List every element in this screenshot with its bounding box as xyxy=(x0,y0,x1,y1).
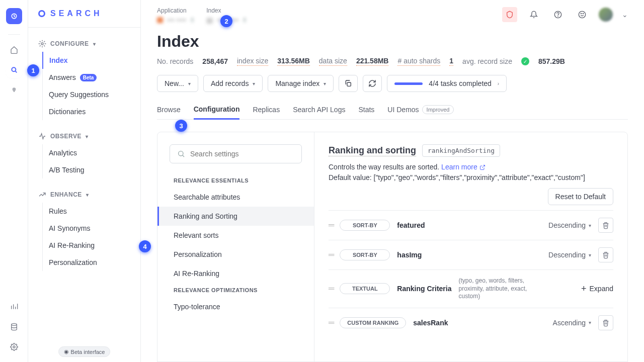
beta-interface-toggle[interactable]: ◉Beta interface xyxy=(58,346,111,357)
cat-typo-tolerance[interactable]: Typo-tolerance xyxy=(157,297,314,316)
section-enhance[interactable]: ENHANCE ▾ xyxy=(28,187,140,203)
rule-tag: TEXTUAL xyxy=(340,283,390,294)
marker-1: 1 xyxy=(27,64,39,76)
cat-relevance-essentials: RELEVANCE ESSENTIALS xyxy=(157,173,314,188)
cat-relevance-optimizations: RELEVANCE OPTIMIZATIONS xyxy=(157,283,314,297)
cat-personalization[interactable]: Personalization xyxy=(157,245,314,264)
svg-point-1 xyxy=(12,67,16,71)
rule-name: featured xyxy=(397,221,425,229)
svg-point-8 xyxy=(558,16,558,17)
index-size-label[interactable]: index size xyxy=(237,57,268,66)
rule-row: ═ SORT-BY hasImg Descending▾ xyxy=(329,240,613,269)
section-observe[interactable]: OBSERVE ▾ xyxy=(28,128,140,144)
data-size-label[interactable]: data size xyxy=(319,57,347,66)
product-label: SEARCH xyxy=(50,9,103,18)
search-settings[interactable] xyxy=(170,144,302,163)
direction-select[interactable]: Ascending▾ xyxy=(553,319,591,327)
sidebar: SEARCH CONFIGURE ▾ Index Answers Beta Qu… xyxy=(28,0,141,362)
sidebar-item-analytics[interactable]: Analytics xyxy=(43,144,140,161)
bulb-icon[interactable] xyxy=(9,85,19,95)
delete-button[interactable] xyxy=(598,218,613,233)
tab-stats[interactable]: Stats xyxy=(358,101,374,119)
svg-point-5 xyxy=(13,346,15,348)
chevron-down-icon: ▾ xyxy=(86,134,89,139)
cat-relevant-sorts[interactable]: Relevant sorts xyxy=(157,226,314,245)
sidebar-item-personalization[interactable]: Personalization xyxy=(43,254,140,271)
chevron-down-icon: ▾ xyxy=(86,192,89,198)
tab-search-api-logs[interactable]: Search API Logs xyxy=(293,101,345,119)
sidebar-item-index[interactable]: Index xyxy=(42,52,140,69)
tab-configuration[interactable]: Configuration xyxy=(194,100,240,120)
svg-point-13 xyxy=(179,151,183,156)
feedback-icon[interactable] xyxy=(575,7,590,22)
cat-ranking-sorting[interactable]: Ranking and Sorting xyxy=(157,207,314,226)
svg-rect-3 xyxy=(13,91,15,92)
cat-ai-reranking[interactable]: AI Re-Ranking xyxy=(157,264,314,283)
search-nav-icon[interactable] xyxy=(9,65,19,75)
delete-button[interactable] xyxy=(598,315,613,330)
help-icon[interactable] xyxy=(550,7,566,22)
progress-bar xyxy=(394,82,423,85)
sidebar-item-ai-synonyms[interactable]: AI Synonyms xyxy=(43,220,140,237)
search-settings-input[interactable] xyxy=(190,150,294,158)
tasks-button[interactable]: 4/4 tasks completed › xyxy=(387,75,507,92)
copy-button[interactable] xyxy=(339,75,358,92)
direction-select[interactable]: Descending▾ xyxy=(548,251,591,259)
add-records-button[interactable]: Add records▾ xyxy=(203,75,263,92)
home-icon[interactable] xyxy=(9,45,19,55)
expand-button[interactable]: +Expand xyxy=(581,284,613,294)
application-selector[interactable]: Application ••• ••••▲▼ xyxy=(157,7,194,24)
rule-name: hasImg xyxy=(397,251,422,259)
setting-name: Ranking and sorting xyxy=(329,145,416,156)
database-icon[interactable] xyxy=(9,322,19,332)
setting-code: rankingAndSorting xyxy=(422,144,500,157)
manage-index-button[interactable]: Manage index▾ xyxy=(268,75,334,92)
sidebar-item-query-suggestions[interactable]: Query Suggestions xyxy=(43,86,140,103)
rule-row: ═ TEXTUAL Ranking Criteria (typo, geo, w… xyxy=(329,269,613,308)
drag-handle-icon[interactable]: ═ xyxy=(329,284,333,293)
rule-sub: (typo, geo, words, filters, proximity, a… xyxy=(458,277,544,301)
marker-4: 4 xyxy=(139,240,151,252)
sidebar-item-answers[interactable]: Answers Beta xyxy=(43,69,140,86)
sidebar-item-ai-reranking[interactable]: AI Re-Ranking xyxy=(43,237,140,254)
sidebar-item-abtesting[interactable]: A/B Testing xyxy=(43,161,140,178)
check-icon: ✓ xyxy=(521,57,529,65)
bell-icon[interactable] xyxy=(526,7,541,22)
settings-icon[interactable] xyxy=(9,342,19,352)
section-configure[interactable]: CONFIGURE ▾ xyxy=(28,36,140,52)
drag-handle-icon[interactable]: ═ xyxy=(329,318,333,327)
direction-select[interactable]: Descending▾ xyxy=(548,221,591,229)
learn-more-link[interactable]: Learn more xyxy=(441,163,485,171)
shield-icon[interactable] xyxy=(502,7,517,22)
default-value: Default value: ["typo","geo","words","fi… xyxy=(329,172,613,183)
product-icon xyxy=(38,10,45,17)
improved-badge: Improved xyxy=(422,105,454,114)
search-icon xyxy=(177,150,185,158)
svg-point-6 xyxy=(41,43,43,45)
user-menu-chevron[interactable]: ⌄ xyxy=(622,11,628,19)
rule-tag: SORT-BY xyxy=(340,249,390,260)
settings-body: Ranking and sorting rankingAndSorting Co… xyxy=(314,132,627,361)
drag-handle-icon[interactable]: ═ xyxy=(329,250,333,259)
reset-to-default-button[interactable]: Reset to Default xyxy=(548,188,613,205)
sidebar-item-rules[interactable]: Rules xyxy=(43,203,140,220)
chevron-down-icon: ▾ xyxy=(93,41,96,47)
avatar[interactable] xyxy=(599,8,613,22)
tabs: Browse Configuration Replicas Search API… xyxy=(157,100,628,120)
chart-icon[interactable] xyxy=(9,302,19,312)
rule-row: ═ SORT-BY featured Descending▾ xyxy=(329,210,613,240)
tab-browse[interactable]: Browse xyxy=(157,101,181,119)
svg-point-9 xyxy=(579,11,585,18)
sidebar-item-dictionaries[interactable]: Dictionaries xyxy=(43,103,140,120)
rule-tag: SORT-BY xyxy=(340,220,390,231)
drag-handle-icon[interactable]: ═ xyxy=(329,221,333,230)
cat-searchable-attributes[interactable]: Searchable attributes xyxy=(157,188,314,207)
brand-logo[interactable] xyxy=(6,8,22,24)
product-title: SEARCH xyxy=(28,9,140,28)
delete-button[interactable] xyxy=(598,247,613,262)
refresh-button[interactable] xyxy=(363,75,382,92)
shards-label[interactable]: # auto shards xyxy=(397,57,440,66)
new-button[interactable]: New...▾ xyxy=(157,75,198,92)
tab-replicas[interactable]: Replicas xyxy=(253,101,280,119)
tab-ui-demos[interactable]: UI Demos Improved xyxy=(387,100,454,119)
